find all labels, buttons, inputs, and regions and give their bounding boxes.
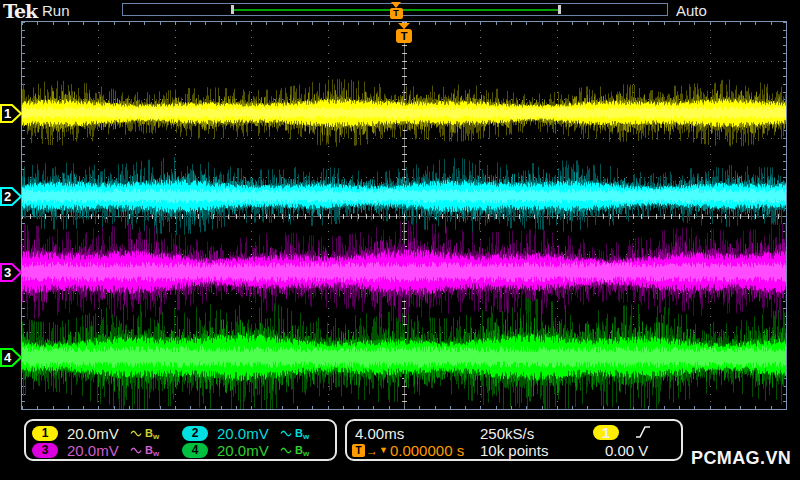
- channel-3-readout: 3 20.0mV Bw: [32, 442, 159, 458]
- trigger-t-icon: T: [352, 444, 365, 457]
- channel-4-marker: 4: [0, 348, 22, 367]
- trigger-position-marker-top: T: [389, 2, 403, 19]
- channel-1-badge: 1: [32, 426, 58, 441]
- channel-2-marker: 2: [0, 187, 22, 206]
- trigger-mode-label: Auto: [676, 2, 707, 19]
- channel-1-marker: 1: [0, 104, 22, 123]
- svg-text:2: 2: [4, 189, 11, 204]
- channel-4-scale: 20.0mV: [217, 442, 277, 459]
- channel-1-coupling-bw: Bw: [130, 427, 159, 439]
- sample-rate: 250kS/s: [480, 425, 534, 442]
- channel-3-coupling-bw: Bw: [130, 444, 159, 456]
- acquisition-status: Run: [42, 2, 70, 19]
- ac-coupling-icon: [130, 429, 143, 438]
- trigger-source-badge: 1: [593, 425, 619, 440]
- channel-3-scale: 20.0mV: [67, 442, 127, 459]
- bandwidth-limit-icon: Bw: [295, 444, 309, 456]
- channel-2-scale: 20.0mV: [217, 425, 277, 442]
- oscilloscope-screen: Tek Run T Auto T 1 2 3 4 1 20.0mV: [0, 0, 800, 480]
- window-bracket-left: [231, 5, 234, 14]
- ac-coupling-icon: [130, 446, 143, 455]
- channel-1-readout: 1 20.0mV Bw: [32, 425, 159, 441]
- acquisition-preview-bar: T: [122, 3, 668, 16]
- waveform-display: [21, 21, 787, 410]
- bandwidth-limit-icon: Bw: [145, 427, 159, 439]
- trigger-position-flag: T: [395, 23, 413, 43]
- trigger-time-value: 0.000000 s: [390, 442, 464, 459]
- arrow-right-icon: →: [366, 444, 378, 458]
- channel-4-badge: 4: [182, 443, 208, 458]
- timebase-scale: 4.00ms: [355, 425, 404, 442]
- triangle-down-icon: ▼: [379, 445, 388, 455]
- channel-3-marker: 3: [0, 263, 22, 282]
- trigger-t-icon: T: [396, 29, 412, 43]
- bandwidth-limit-icon: Bw: [145, 444, 159, 456]
- ac-coupling-icon: [280, 429, 293, 438]
- bandwidth-limit-icon: Bw: [295, 427, 309, 439]
- channel-2-badge: 2: [182, 426, 208, 441]
- svg-text:3: 3: [4, 265, 11, 280]
- channel-readouts-box: 1 20.0mV Bw 2 20.0mV Bw 3 20.0mV Bw 4: [24, 419, 337, 461]
- timebase-trigger-box: 4.00ms 250kS/s 1 T → ▼ 0.000000 s 10k po…: [345, 419, 683, 461]
- window-bracket-right: [558, 5, 561, 14]
- svg-text:1: 1: [4, 106, 11, 121]
- rising-edge-icon: [635, 425, 651, 439]
- channel-4-readout: 4 20.0mV Bw: [182, 442, 309, 458]
- record-length: 10k points: [480, 442, 548, 459]
- ac-coupling-icon: [280, 446, 293, 455]
- tek-logo: Tek: [3, 0, 37, 22]
- channel-2-readout: 2 20.0mV Bw: [182, 425, 309, 441]
- trigger-t-icon: T: [390, 8, 403, 19]
- channel-3-badge: 3: [32, 443, 58, 458]
- channel-1-scale: 20.0mV: [67, 425, 127, 442]
- channel-4-coupling-bw: Bw: [280, 444, 309, 456]
- watermark: PCMAG.VN: [691, 448, 791, 469]
- trigger-level: 0.00 V: [605, 442, 648, 459]
- svg-text:4: 4: [4, 350, 12, 365]
- channel-2-coupling-bw: Bw: [280, 427, 309, 439]
- trigger-time-readout: T → ▼ 0.000000 s: [352, 442, 464, 459]
